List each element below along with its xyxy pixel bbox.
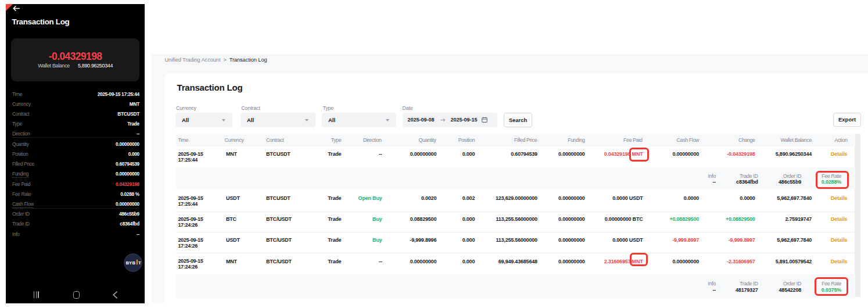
svg-text:BYB: BYB	[125, 260, 135, 266]
svg-text:T: T	[138, 260, 141, 266]
